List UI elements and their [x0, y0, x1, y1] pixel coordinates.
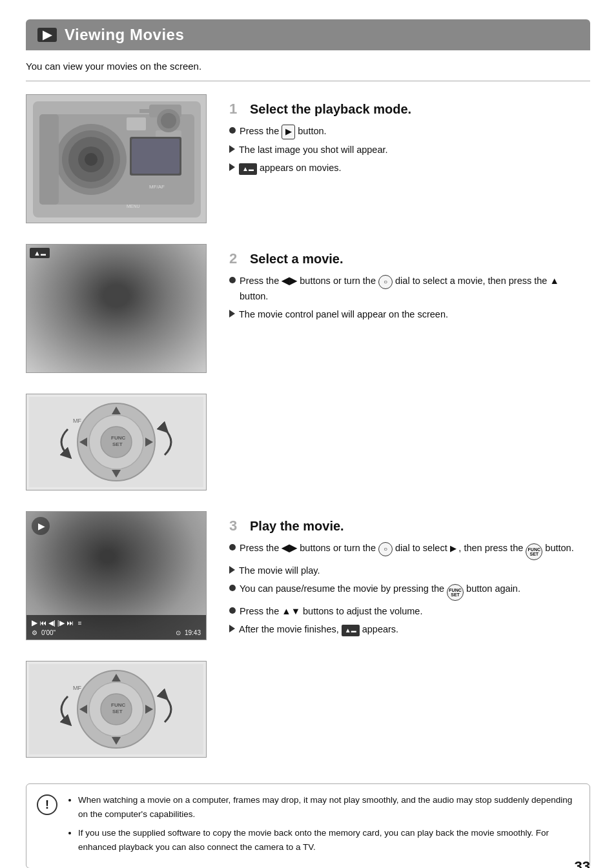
step2-image-col: ▲▬ [26, 244, 216, 381]
step4-image: ▶ ⏮ ◀| |▶ ⏭ ≡ ⚙ 0'00" ⊙ 19:43 ▶ [26, 511, 207, 640]
movie-end-icon: ▲▬ [342, 625, 360, 636]
svg-rect-16 [39, 114, 59, 205]
movie-badge-overlay: ▲▬ [30, 248, 50, 258]
step2-body: Press the ◀▶ buttons or turn the ○ dial … [229, 274, 590, 322]
step4-image-col: ▶ ⏮ ◀| |▶ ⏭ ≡ ⚙ 0'00" ⊙ 19:43 ▶ [26, 511, 216, 648]
svg-point-7 [85, 153, 98, 166]
step2-content: 2 Select a movie. Press the ◀▶ buttons o… [229, 244, 590, 381]
step2-bullet1: Press the ◀▶ buttons or turn the ○ dial … [229, 274, 590, 304]
step1-body: Press the ▶ button. The last image you s… [229, 124, 590, 176]
step2-number: 2 [229, 250, 245, 267]
svg-text:FUNC: FUNC [111, 435, 125, 441]
bullet-circle-icon [229, 127, 236, 134]
dial-icon2: ○ [378, 542, 393, 556]
step1-title: Select the playback mode. [250, 102, 411, 117]
page-title: Viewing Movies [65, 26, 184, 44]
note-warning-icon: ! [37, 794, 57, 815]
playback-btn-icon: ▶ [282, 125, 295, 139]
playback-settings-icon: ⚙ [32, 629, 37, 636]
arrow-icon [229, 163, 235, 171]
step5-dial-image: FUNC SET MF [26, 661, 207, 758]
arrow-icon [229, 145, 235, 153]
step1-section: MF/AF MENU 1 Select the playback mode. P… [26, 94, 590, 231]
step1-content: 1 Select the playback mode. Press the ▶ … [229, 94, 590, 231]
step4-bullet4: Press the ▲▼ buttons to adjust the volum… [229, 604, 590, 619]
playback-clock: ⊙ [176, 629, 181, 636]
step5-dial-section: FUNC SET MF [26, 661, 590, 765]
step1-number: 1 [229, 101, 245, 117]
play-ctrl-prev: ⏮ [39, 619, 46, 627]
step5-right-empty [229, 661, 590, 765]
dial-control-svg: FUNC SET [29, 397, 203, 487]
step2-image: ▲▬ [26, 244, 207, 373]
step4-bullet3: You can pause/resume the movie by pressi… [229, 581, 590, 601]
arrow-icon [229, 566, 235, 574]
svg-rect-15 [139, 109, 156, 113]
playback-clock-value: 19:43 [185, 629, 201, 636]
step2-bullet2: The movie control panel will appear on t… [229, 307, 590, 322]
page-header: ▶ Viewing Movies [26, 19, 590, 50]
step4-bullet2: The movie will play. [229, 563, 590, 578]
svg-rect-10 [127, 117, 146, 130]
step4-number: 3 [229, 518, 245, 534]
step4-body: Press the ◀▶ buttons or turn the ○ dial … [229, 541, 590, 638]
play-ctrl-play: ▶ [32, 618, 37, 627]
svg-text:SET: SET [112, 709, 123, 714]
page-number: 33 [575, 858, 590, 868]
step2-header: 2 Select a movie. [229, 250, 590, 267]
func-set-btn2: FUNCSET [447, 584, 464, 601]
step1-bullet2: The last image you shot will appear. [229, 143, 590, 157]
step1-header: 1 Select the playback mode. [229, 101, 590, 117]
svg-text:FUNC: FUNC [111, 702, 125, 708]
page-subtitle: You can view your movies on the screen. [26, 61, 590, 72]
playback-time-display: 0'00" [41, 629, 56, 636]
step4-section: ▶ ⏮ ◀| |▶ ⏭ ≡ ⚙ 0'00" ⊙ 19:43 ▶ [26, 511, 590, 648]
step1-image-col: MF/AF MENU [26, 94, 216, 231]
svg-rect-12 [132, 139, 180, 174]
bullet-circle-icon [229, 585, 236, 591]
note-item-2: If you use the supplied software to copy… [78, 826, 579, 854]
playback-controls-bar: ▶ ⏮ ◀| |▶ ⏭ ≡ ⚙ 0'00" ⊙ 19:43 [26, 615, 206, 640]
func-set-btn: FUNCSET [526, 543, 542, 560]
svg-text:MENU: MENU [127, 204, 140, 208]
step1-image: MF/AF MENU [26, 94, 207, 223]
bullet-circle-icon [229, 277, 236, 283]
step3-dial-image: FUNC SET [26, 394, 207, 490]
play-ctrl-vol: ≡ [78, 620, 82, 627]
notes-body: When watching a movie on a computer, fra… [67, 793, 579, 859]
step4-bullet5: After the movie finishes, ▲▬ appears. [229, 622, 590, 637]
play-symbol: ▶ [450, 543, 459, 553]
play-ctrl-stepfwd: |▶ [57, 619, 65, 627]
step4-header: 3 Play the movie. [229, 518, 590, 534]
bullet-circle-icon [229, 544, 236, 550]
svg-text:MF: MF [73, 685, 81, 691]
play-ctrl-stepback: ◀| [48, 619, 56, 627]
section-divider [26, 81, 590, 81]
step4-title: Play the movie. [250, 519, 344, 534]
movie-icon: ▲▬ [239, 163, 257, 175]
step1-bullet3: ▲▬ appears on movies. [229, 161, 590, 176]
step2-section: ▲▬ 2 Select a movie. Press the ◀▶ button… [26, 244, 590, 381]
dial-icon: ○ [378, 275, 393, 289]
svg-text:MF/AF: MF/AF [149, 184, 165, 190]
step3-right-empty [229, 394, 590, 498]
step1-bullet1: Press the ▶ button. [229, 124, 590, 139]
step4-bullet1: Press the ◀▶ buttons or turn the ○ dial … [229, 541, 590, 560]
playback-header-icon: ▶ [37, 28, 57, 42]
notes-section: ! When watching a movie on a computer, f… [26, 783, 590, 868]
svg-text:MF: MF [73, 418, 81, 424]
play-ctrl-next: ⏭ [67, 619, 74, 627]
note-item-1: When watching a movie on a computer, fra… [78, 793, 579, 821]
play-overlay-icon: ▶ [32, 517, 50, 535]
step4-content: 3 Play the movie. Press the ◀▶ buttons o… [229, 511, 590, 648]
arrow-icon [229, 310, 235, 318]
step3-dial-col: FUNC SET [26, 394, 216, 498]
step3-dial-section: FUNC SET [26, 394, 590, 498]
svg-point-14 [161, 113, 176, 128]
step5-dial-col: FUNC SET MF [26, 661, 216, 765]
bullet-circle-icon [229, 607, 236, 614]
arrow-icon [229, 625, 235, 632]
camera-top-svg: MF/AF MENU [26, 95, 207, 223]
dial-control2-svg: FUNC SET MF [29, 664, 203, 754]
step2-title: Select a movie. [250, 252, 344, 267]
